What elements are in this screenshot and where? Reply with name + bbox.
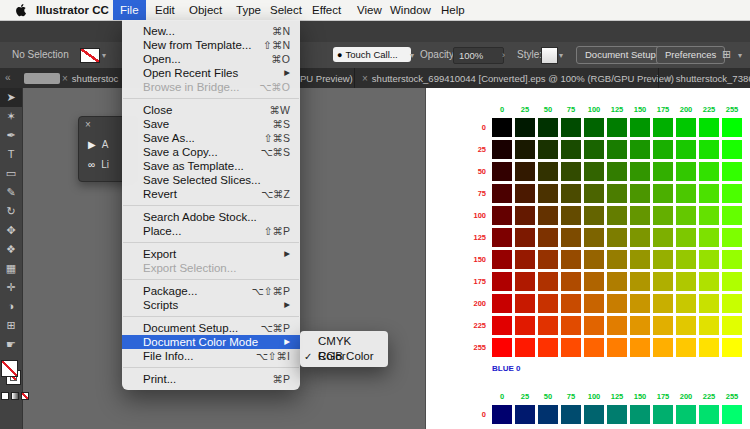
style-swatch[interactable]	[541, 47, 558, 64]
menu-item-save-selected-slices[interactable]: Save Selected Slices...	[122, 173, 300, 187]
color-cell	[492, 294, 512, 313]
color-cell	[492, 228, 512, 247]
type-tool[interactable]: T	[0, 145, 22, 164]
rotate-tool[interactable]: ↻	[0, 202, 22, 221]
document-tab[interactable]: ×shutterstoc	[62, 68, 118, 88]
green-axis-label: 75	[561, 104, 581, 115]
color-cell	[538, 228, 558, 247]
menu-item-search-adobe-stock[interactable]: Search Adobe Stock...	[122, 210, 300, 224]
magic-wand-tool[interactable]: ✶	[0, 107, 22, 126]
blend-tool[interactable]: ◑	[0, 297, 22, 316]
menu-item-open-recent-files[interactable]: Open Recent Files▶	[122, 66, 300, 80]
green-axis-label: 175	[653, 104, 673, 115]
color-cell	[492, 338, 512, 357]
fill-none-swatch[interactable]	[80, 48, 100, 63]
none-mode-button[interactable]	[21, 392, 29, 400]
menu-item-open[interactable]: Open...⌘O	[122, 52, 300, 66]
rectangle-tool[interactable]: ▭	[0, 164, 22, 183]
color-mode-button[interactable]	[1, 392, 9, 400]
style-chevron-icon[interactable]: ▾	[559, 51, 563, 60]
touch-workspace-dropdown[interactable]: ●Touch Call...	[333, 47, 411, 62]
menu-item-print[interactable]: Print...⌘P	[122, 372, 300, 386]
selection-tool[interactable]: ➤	[0, 88, 22, 107]
menubar-item-object[interactable]: Object	[182, 0, 229, 20]
submenu-arrow-icon: ▶	[284, 66, 290, 80]
submenu-arrow-icon: ▶	[284, 298, 290, 312]
menu-item-close[interactable]: Close⌘W	[122, 103, 300, 117]
tab-close-icon[interactable]: ×	[666, 73, 672, 84]
menu-item-revert[interactable]: Revert⌥⌘Z	[122, 187, 300, 201]
panel-row1-label[interactable]: A	[102, 139, 109, 150]
mesh-tool[interactable]: ▦	[0, 259, 22, 278]
document-tab[interactable]: ×shutterstock_7386560	[658, 68, 750, 88]
opacity-stepper-chevron[interactable]: ›	[502, 50, 505, 60]
color-cell	[584, 206, 604, 225]
free-transform-tool[interactable]: ✥	[0, 221, 22, 240]
eyedropper-tool[interactable]: ✛	[0, 278, 22, 297]
menu-separator	[123, 98, 299, 99]
preferences-button[interactable]: Preferences	[656, 46, 725, 64]
menu-item-save[interactable]: Save⌘S	[122, 117, 300, 131]
pen-tool[interactable]: ✒	[0, 126, 22, 145]
apple-menu-icon[interactable]	[15, 3, 28, 17]
menu-item-package[interactable]: Package...⌥⇧⌘P	[122, 284, 300, 298]
menu-item-scripts[interactable]: Scripts▶	[122, 298, 300, 312]
menu-item-new-from-template[interactable]: New from Template...⇧⌘N	[122, 38, 300, 52]
color-cell	[722, 294, 742, 313]
panel-close-icon[interactable]: ×	[85, 119, 91, 130]
color-cell	[584, 250, 604, 269]
hand-tool[interactable]: ☛	[0, 335, 22, 354]
menu-item-shortcut: ⇧⌘S	[264, 131, 290, 145]
menu-item-save-as-template[interactable]: Save as Template...	[122, 159, 300, 173]
menu-item-document-color-mode[interactable]: Document Color Mode▶	[122, 335, 300, 349]
color-cell	[653, 118, 673, 137]
submenu-item-cmyk-color[interactable]: CMYK Color	[300, 334, 388, 349]
fill-chevron-icon[interactable]: ▾	[102, 51, 106, 60]
menu-item-document-setup[interactable]: Document Setup...⌥⌘P	[122, 321, 300, 335]
menubar-item-select[interactable]: Select	[263, 0, 309, 20]
menu-item-file-info[interactable]: File Info...⌥⇧⌘I	[122, 349, 300, 363]
menu-item-save-a-copy[interactable]: Save a Copy...⌥⌘S	[122, 145, 300, 159]
menu-item-new[interactable]: New...⌘N	[122, 24, 300, 38]
gradient-mode-button[interactable]	[11, 392, 19, 400]
color-cell	[676, 162, 696, 181]
artboard-tool[interactable]: ⊞	[0, 316, 22, 335]
menu-item-export[interactable]: Export▶	[122, 247, 300, 261]
green-axis-label: 225	[699, 104, 719, 115]
document-tab[interactable]: ×shutterstock_699410044 [Converted].eps …	[354, 68, 674, 88]
play-icon: ▶	[88, 139, 96, 150]
tab-title: shutterstoc	[72, 73, 118, 84]
toolbar-tab-handle[interactable]	[24, 73, 60, 84]
menu-item-export-selection[interactable]: Export Selection...	[122, 261, 300, 275]
workspace-switcher-icon[interactable]: ⊞	[722, 48, 731, 61]
color-cell	[607, 405, 627, 424]
fill-color-swatch[interactable]	[1, 360, 18, 377]
collapse-panel-icon[interactable]: «	[5, 68, 11, 88]
libraries-link-icon: ∞	[88, 159, 95, 170]
menubar-item-file[interactable]: File	[113, 0, 146, 20]
tab-close-icon[interactable]: ×	[362, 73, 368, 84]
color-cell	[653, 338, 673, 357]
tab-close-icon[interactable]: ×	[62, 73, 68, 84]
document-setup-button[interactable]: Document Setup	[576, 46, 665, 64]
symbol-sprayer-tool[interactable]: ❖	[0, 240, 22, 259]
workspace-chevron-icon[interactable]: ▾	[738, 51, 742, 60]
panel-row2-label[interactable]: Li	[101, 159, 109, 170]
red-axis-label: 225	[467, 316, 489, 335]
menu-item-save-as[interactable]: Save As...⇧⌘S	[122, 131, 300, 145]
pencil-tool[interactable]: ✎	[0, 183, 22, 202]
menubar-item-effect[interactable]: Effect	[305, 0, 348, 20]
menu-separator	[123, 279, 299, 280]
green-axis-label: 100	[584, 391, 604, 402]
menubar-item-help[interactable]: Help	[434, 0, 472, 20]
menu-item-place[interactable]: Place...⇧⌘P	[122, 224, 300, 238]
menu-item-browse-in-bridge[interactable]: Browse in Bridge...⌥⌘O	[122, 80, 300, 94]
color-cell	[538, 405, 558, 424]
touch-dropdown-chevron-icon[interactable]: ▾	[410, 51, 414, 60]
menubar-item-illustrator-cc[interactable]: Illustrator CC	[29, 0, 116, 20]
menubar-item-edit[interactable]: Edit	[148, 0, 182, 20]
opacity-input[interactable]: 100%	[453, 47, 504, 64]
submenu-item-rgb-color[interactable]: ✓RGB Color	[300, 349, 388, 364]
document-tab[interactable]: PU Preview)	[300, 68, 353, 88]
menubar-item-window[interactable]: Window	[383, 0, 438, 20]
